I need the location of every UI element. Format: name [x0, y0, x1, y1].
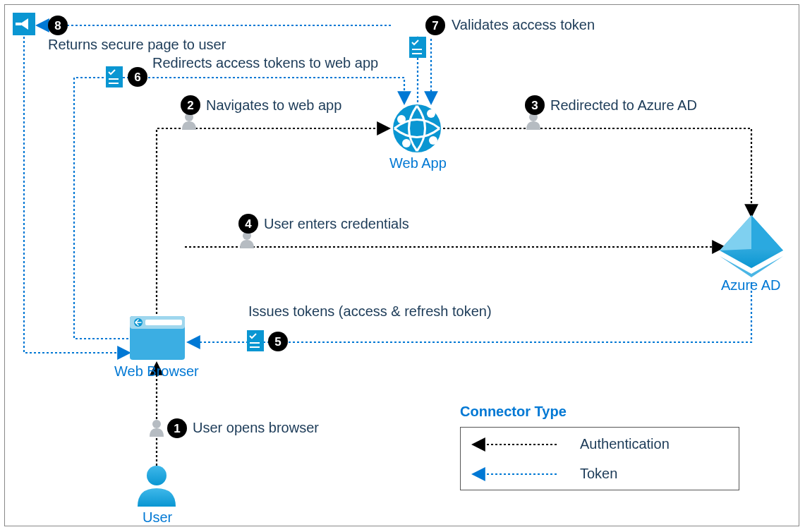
step-badge-2: 2: [181, 95, 200, 115]
step-label-1: User opens browser: [193, 420, 319, 436]
step-label-3: Redirected to Azure AD: [550, 97, 697, 114]
legend-title: Connector Type: [460, 404, 567, 420]
step-badge-3: 3: [525, 95, 545, 115]
step-label-7: Validates access token: [452, 17, 595, 33]
step-badge-7: 7: [425, 16, 445, 35]
step-badge-6: 6: [128, 67, 147, 87]
step-badge-4: 4: [238, 214, 258, 234]
legend-token-label: Token: [580, 466, 617, 482]
step-label-8: Returns secure page to user: [48, 37, 226, 53]
node-label-user: User: [143, 509, 172, 526]
step-badge-5: 5: [268, 332, 288, 351]
step-label-5: Issues tokens (access & refresh token): [248, 303, 492, 320]
step-badge-8: 8: [48, 16, 68, 35]
step-label-2: Navigates to web app: [206, 97, 341, 114]
step-label-6: Redirects access tokens to web app: [152, 55, 378, 71]
step-label-4: User enters credentials: [264, 216, 409, 232]
node-label-web-browser: Web Browser: [114, 363, 199, 380]
node-label-azure-ad: Azure AD: [721, 277, 780, 294]
legend-authentication-label: Authentication: [580, 436, 670, 452]
step-badge-1: 1: [167, 418, 187, 438]
node-label-web-app: Web App: [389, 155, 447, 171]
